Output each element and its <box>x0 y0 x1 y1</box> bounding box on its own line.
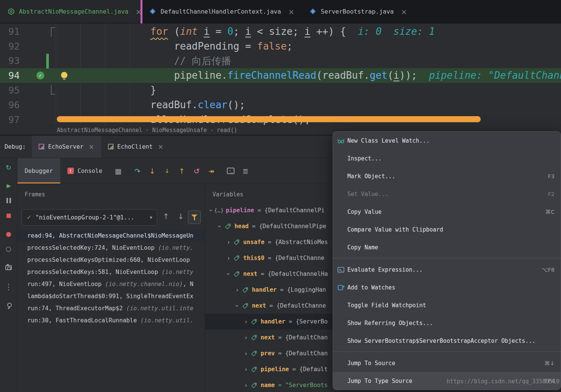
breadcrumb-item[interactable]: AbstractNioMessageChannel <box>57 127 142 134</box>
chevron-right-icon[interactable]: › <box>242 366 250 373</box>
chevron-down-icon[interactable]: › <box>233 302 241 310</box>
menu-item[interactable]: New Class Level Watch... <box>333 132 561 149</box>
debug-session-tab[interactable]: EchoClient× <box>101 135 170 158</box>
menu-item[interactable]: Toggle Field Watchpoint <box>333 296 561 314</box>
rerun-icon[interactable]: ↻ <box>4 163 13 172</box>
close-tab-icon[interactable]: × <box>89 143 94 151</box>
chevron-right-icon[interactable]: › <box>242 334 250 341</box>
line-number[interactable]: 95 <box>0 85 20 96</box>
close-tab-icon[interactable]: × <box>288 8 294 16</box>
step-into-icon[interactable]: ↓ <box>147 166 157 176</box>
debug-session-tab[interactable]: EchoServer× <box>32 135 101 158</box>
chevron-right-icon[interactable]: › <box>233 286 241 294</box>
code-line[interactable]: 95 } <box>0 83 561 98</box>
menu-item[interactable]: Show ServerBootstrap$ServerBootstrapAcce… <box>333 332 561 350</box>
fold-region-end-icon[interactable] <box>51 85 55 95</box>
code-line[interactable]: 94 pipeline.fireChannelRead(readBuf.get(… <box>0 68 561 83</box>
chevron-down-icon[interactable]: › <box>216 222 223 230</box>
open-console-icon[interactable]: ›_ <box>226 166 236 176</box>
more-icon[interactable]: ⋮ <box>4 282 13 291</box>
chevron-right-icon[interactable]: › <box>242 381 250 389</box>
breakpoint-hit-icon[interactable]: ✓ <box>36 72 44 79</box>
editor-tab-label: ServerBootstrap.java <box>321 8 394 15</box>
pin-icon[interactable] <box>4 301 13 310</box>
horizontal-scrollbar[interactable] <box>57 116 481 122</box>
chevron-down-icon[interactable]: › <box>225 270 232 278</box>
frame-row[interactable]: processSelectedKey:724, NioEventLoop (io… <box>17 242 205 254</box>
menu-item[interactable]: Mark Object...F3 <box>333 167 561 185</box>
code-line[interactable]: 96 readBuf.clear(); <box>0 98 561 112</box>
step-out-icon[interactable]: ↑ <box>177 166 187 176</box>
frame-row[interactable]: read:94, AbstractNioMessageChannel$NioMe… <box>17 230 205 242</box>
frame-row[interactable]: lambda$doStartThread$0:991, SingleThread… <box>17 290 205 302</box>
chevron-right-icon[interactable]: › <box>225 238 232 246</box>
frame-row[interactable]: processSelectedKeys:581, NioEventLoop (i… <box>17 266 205 278</box>
restore-layout-icon[interactable]: ▦ <box>113 166 123 176</box>
menu-item[interactable]: Jump To Source⌘↓ <box>333 354 561 372</box>
tag-icon <box>232 239 241 246</box>
frame-row[interactable]: processSelectedKeysOptimized:660, NioEve… <box>17 254 205 266</box>
menu-item-label: Set Value... <box>347 191 388 198</box>
menu-item-label: Copy Value <box>347 208 381 215</box>
variable-value: = {DefaultChannelPi <box>258 207 325 214</box>
editor-tab[interactable]: AbstractNioMessageChannel.java× <box>0 0 142 23</box>
force-step-into-icon[interactable]: ↓ <box>162 166 172 176</box>
editor-tab[interactable]: DefaultChannelHandlerContext.java× <box>142 0 302 23</box>
pause-icon[interactable] <box>4 196 13 205</box>
frame-down-icon[interactable]: ↓ <box>178 212 184 221</box>
editor-tab[interactable]: ServerBootstrap.java× <box>302 0 415 23</box>
frame-list: read:94, AbstractNioMessageChannel$NioMe… <box>17 230 205 327</box>
hide-frames-filter-button[interactable] <box>188 210 201 224</box>
menu-item[interactable]: Compare Value with Clipboard <box>333 221 561 238</box>
menu-item[interactable]: Add to Watches <box>333 278 561 296</box>
filter-icon <box>191 215 197 220</box>
intention-bulb-icon[interactable] <box>61 72 67 78</box>
menu-item[interactable]: Show Referring Objects... <box>333 314 561 332</box>
frame-up-icon[interactable]: ↑ <box>163 212 169 221</box>
close-tab-icon[interactable]: × <box>158 143 163 151</box>
tab-debugger[interactable]: Debugger <box>17 158 60 184</box>
line-number[interactable]: 94 <box>0 70 20 81</box>
code-editor[interactable]: 91 for (int i = 0; i < size; i ++) { i: … <box>0 23 561 125</box>
menu-item[interactable]: Copy Name <box>333 238 561 256</box>
line-number[interactable]: 96 <box>0 100 20 110</box>
code-line[interactable]: 93 // 向后传播 <box>0 54 561 68</box>
step-over-icon[interactable]: ↷ <box>133 166 142 176</box>
chevron-right-icon[interactable]: › <box>242 318 250 325</box>
reset-frame-icon[interactable]: ↺ <box>192 166 202 176</box>
record-icon[interactable]: ● <box>4 229 13 238</box>
class-icon-blue <box>149 8 156 15</box>
breakpoint-circle-icon[interactable]: ○ <box>4 244 13 253</box>
variable-value: = "ServerBoots <box>278 382 328 389</box>
frame-row[interactable]: run:497, NioEventLoop (io.netty.channel.… <box>17 278 205 290</box>
close-tab-icon[interactable]: × <box>401 8 407 16</box>
tab-console[interactable]: !Console <box>60 158 109 184</box>
breadcrumb-item[interactable]: NioMessageUnsafe <box>152 127 207 134</box>
code-line[interactable]: 91 for (int i = 0; i < size; i ++) { i: … <box>0 24 561 39</box>
line-number[interactable]: 97 <box>0 114 20 125</box>
screenshot-icon[interactable] <box>4 263 13 272</box>
thread-selector[interactable]: ✓ "nioEventLoopGroup-2-1"@1... ▾ <box>22 209 157 226</box>
chevron-right-icon[interactable]: › <box>225 254 232 262</box>
line-number[interactable]: 93 <box>0 55 20 66</box>
frame-row[interactable]: run:30, FastThreadLocalRunnable (io.nett… <box>17 314 205 327</box>
menu-item[interactable]: Inspect... <box>333 149 561 167</box>
menu-item-label: Copy Name <box>347 244 378 251</box>
run-to-cursor-icon[interactable]: ↠ <box>206 166 216 176</box>
fold-region-start-icon[interactable] <box>51 27 55 37</box>
vcs-change-marker[interactable] <box>46 54 49 68</box>
stop-icon[interactable]: ■ <box>4 211 13 220</box>
line-number[interactable]: 91 <box>0 26 20 37</box>
code-line[interactable]: 92 readPending = false; <box>0 39 561 54</box>
chevron-down-icon[interactable]: › <box>207 207 215 214</box>
frame-row[interactable]: run:74, ThreadExecutorMap$2 (io.netty.ut… <box>17 302 205 314</box>
chevron-right-icon[interactable]: › <box>242 350 250 357</box>
resume-icon[interactable]: ▶▶ <box>4 181 13 190</box>
breadcrumb-item[interactable]: read() <box>217 127 237 134</box>
settings-sliders-icon[interactable]: ≣ <box>241 166 250 176</box>
menu-item[interactable]: Evaluate Expression...⌥F8 <box>333 261 561 278</box>
menu-item[interactable]: Copy Value⌘C <box>333 203 561 221</box>
line-number[interactable]: 92 <box>0 41 20 52</box>
debug-view-tabs: Debugger!Console <box>17 158 109 184</box>
debug-left-toolbar: ↻▶▶■●○⋮ <box>0 158 17 392</box>
